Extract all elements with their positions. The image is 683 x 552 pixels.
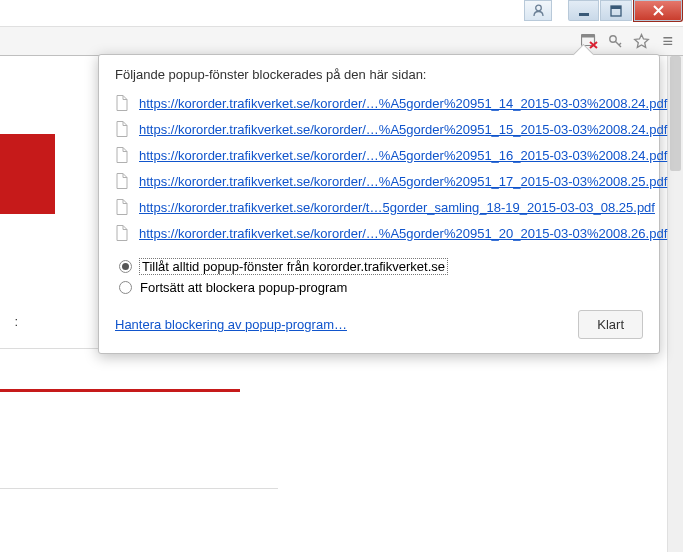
blocked-link[interactable]: https://kororder.trafikverket.se/kororde…	[139, 226, 667, 241]
list-item: https://kororder.trafikverket.se/kororde…	[115, 220, 643, 246]
svg-point-0	[535, 5, 541, 11]
popup-blocked-dialog: Följande popup-fönster blockerades på de…	[98, 54, 660, 354]
star-icon[interactable]	[632, 32, 650, 50]
done-button[interactable]: Klart	[578, 310, 643, 339]
user-button[interactable]	[523, 0, 553, 22]
red-header-strip	[0, 134, 55, 214]
window-titlebar	[523, 0, 683, 22]
svg-rect-1	[579, 13, 589, 16]
radio-block[interactable]: Fortsätt att blockera popup-program	[119, 277, 643, 298]
file-icon	[115, 121, 129, 137]
blocked-link[interactable]: https://kororder.trafikverket.se/kororde…	[139, 148, 667, 163]
radio-block-label: Fortsätt att blockera popup-program	[140, 280, 347, 295]
red-underline	[0, 389, 240, 392]
list-item: https://kororder.trafikverket.se/kororde…	[115, 116, 643, 142]
list-item: https://kororder.trafikverket.se/kororde…	[115, 194, 643, 220]
scrollbar-thumb[interactable]	[670, 56, 681, 171]
maximize-button[interactable]	[600, 0, 633, 22]
minimize-button[interactable]	[567, 0, 600, 22]
popup-header: Följande popup-fönster blockerades på de…	[115, 67, 643, 82]
popup-radio-group: Tillåt alltid popup-fönster från kororde…	[119, 256, 643, 298]
radio-allow[interactable]: Tillåt alltid popup-fönster från kororde…	[119, 256, 643, 277]
list-item: https://kororder.trafikverket.se/kororde…	[115, 168, 643, 194]
blocked-link[interactable]: https://kororder.trafikverket.se/kororde…	[139, 174, 667, 189]
blocked-popup-list: https://kororder.trafikverket.se/kororde…	[115, 90, 643, 246]
vertical-scrollbar[interactable]	[667, 56, 683, 552]
close-button[interactable]	[633, 0, 683, 22]
blocked-link[interactable]: https://kororder.trafikverket.se/kororde…	[139, 122, 667, 137]
key-icon[interactable]	[606, 32, 624, 50]
svg-rect-5	[581, 34, 594, 37]
list-item: https://kororder.trafikverket.se/kororde…	[115, 90, 643, 116]
file-icon	[115, 173, 129, 189]
manage-popups-link[interactable]: Hantera blockering av popup-program…	[115, 317, 347, 332]
blocked-link[interactable]: https://kororder.trafikverket.se/kororde…	[139, 200, 655, 215]
svg-rect-3	[611, 6, 621, 9]
file-icon	[115, 199, 129, 215]
radio-icon	[119, 260, 132, 273]
popup-footer: Hantera blockering av popup-program… Kla…	[115, 310, 643, 339]
file-icon	[115, 225, 129, 241]
blocked-link[interactable]: https://kororder.trafikverket.se/kororde…	[139, 96, 667, 111]
list-item: https://kororder.trafikverket.se/kororde…	[115, 142, 643, 168]
file-icon	[115, 147, 129, 163]
menu-icon[interactable]: ≡	[658, 31, 677, 52]
file-icon	[115, 95, 129, 111]
radio-allow-label: Tillåt alltid popup-fönster från kororde…	[140, 259, 447, 274]
radio-icon	[119, 281, 132, 294]
